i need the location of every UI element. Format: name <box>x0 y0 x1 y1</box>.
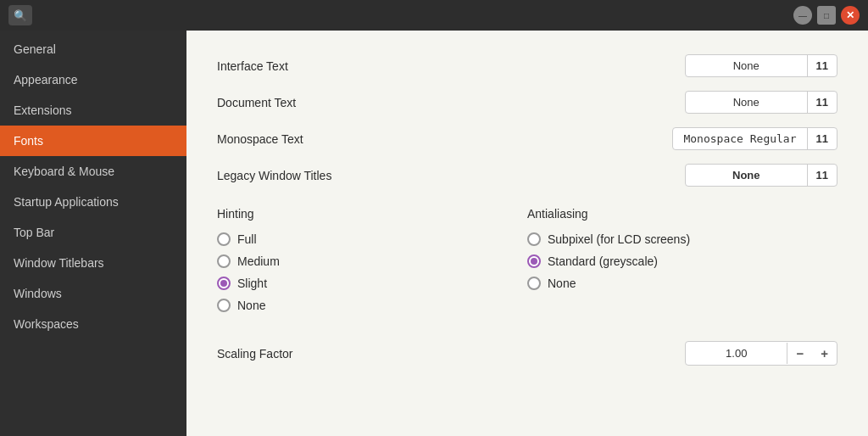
sidebar-item-keyboard-mouse[interactable]: Keyboard & Mouse <box>0 156 186 187</box>
font-label-monospace-text: Monospace Text <box>217 132 403 146</box>
scaling-control: 1.00−+ <box>685 341 837 366</box>
close-icon: ✕ <box>846 9 854 21</box>
sidebar-item-startup-applications[interactable]: Startup Applications <box>0 187 186 217</box>
hinting-group: HintingFullMediumSlightNone <box>217 207 527 321</box>
minimize-icon: — <box>798 11 807 20</box>
titlebar: 🔍 — □ ✕ <box>0 0 868 31</box>
font-control-interface-text[interactable]: None11 <box>685 54 837 77</box>
font-label-document-text: Document Text <box>217 96 403 109</box>
radio-circle-none <box>217 299 231 312</box>
font-label-interface-text: Interface Text <box>217 59 403 73</box>
font-name-interface-text: None <box>686 55 808 76</box>
font-row-interface-text: Interface TextNone11 <box>217 54 837 77</box>
font-size-legacy-window-titles: 11 <box>808 165 837 186</box>
radio-label-aa-standard: Standard (greyscale) <box>548 254 658 268</box>
scaling-label: Scaling Factor <box>217 347 292 361</box>
font-label-legacy-window-titles: Legacy Window Titles <box>217 169 403 182</box>
font-row-document-text: Document TextNone11 <box>217 91 837 114</box>
hinting-option-full[interactable]: Full <box>217 232 527 246</box>
window-controls: — □ ✕ <box>793 6 868 25</box>
font-row-monospace-text: Monospace TextMonospace Regular11 <box>217 127 837 150</box>
options-section: HintingFullMediumSlightNoneAntialiasingS… <box>217 207 837 321</box>
radio-circle-full <box>217 232 231 246</box>
scaling-plus-button[interactable]: + <box>812 342 837 365</box>
font-control-monospace-text[interactable]: Monospace Regular11 <box>672 127 837 150</box>
scaling-value: 1.00 <box>686 343 787 364</box>
radio-circle-aa-standard <box>527 254 541 268</box>
sidebar-item-top-bar[interactable]: Top Bar <box>0 217 186 248</box>
maximize-icon: □ <box>824 11 829 20</box>
aa-option-standard[interactable]: Standard (greyscale) <box>527 254 837 268</box>
sidebar-item-extensions[interactable]: Extensions <box>0 95 186 126</box>
hinting-option-medium[interactable]: Medium <box>217 254 527 268</box>
aa-option-subpixel[interactable]: Subpixel (for LCD screens) <box>527 232 837 246</box>
font-row-legacy-window-titles: Legacy Window TitlesNone11 <box>217 164 837 187</box>
font-size-monospace-text: 11 <box>808 128 837 149</box>
font-control-document-text[interactable]: None11 <box>685 91 837 114</box>
radio-circle-medium <box>217 254 231 268</box>
hinting-option-slight[interactable]: Slight <box>217 277 527 290</box>
hinting-option-none[interactable]: None <box>217 299 527 312</box>
sidebar-item-workspaces[interactable]: Workspaces <box>0 309 186 339</box>
sidebar: GeneralAppearanceExtensionsFontsKeyboard… <box>0 31 186 436</box>
radio-label-none: None <box>237 299 265 312</box>
radio-circle-slight <box>217 277 231 290</box>
radio-label-medium: Medium <box>237 254 280 268</box>
menu-button[interactable] <box>171 14 178 17</box>
font-control-legacy-window-titles[interactable]: None11 <box>685 164 837 187</box>
radio-label-aa-none: None <box>548 277 576 290</box>
font-name-monospace-text: Monospace Regular <box>673 128 807 149</box>
scaling-minus-button[interactable]: − <box>787 342 812 365</box>
aa-option-none[interactable]: None <box>527 277 837 290</box>
sidebar-item-fonts[interactable]: Fonts <box>0 126 186 156</box>
search-icon: 🔍 <box>14 9 27 22</box>
sidebar-item-windows[interactable]: Windows <box>0 278 186 309</box>
sidebar-item-window-titlebars[interactable]: Window Titlebars <box>0 248 186 278</box>
radio-label-slight: Slight <box>237 277 267 290</box>
close-button[interactable]: ✕ <box>841 6 860 25</box>
antialiasing-group: AntialiasingSubpixel (for LCD screens)St… <box>527 207 837 321</box>
radio-label-full: Full <box>237 232 257 246</box>
font-size-interface-text: 11 <box>808 55 837 76</box>
antialiasing-label: Antialiasing <box>527 207 837 221</box>
search-button[interactable]: 🔍 <box>8 5 32 25</box>
titlebar-left: 🔍 <box>0 5 186 25</box>
maximize-button[interactable]: □ <box>817 6 836 25</box>
sidebar-item-appearance[interactable]: Appearance <box>0 64 186 95</box>
font-name-document-text: None <box>686 92 808 113</box>
scaling-row: Scaling Factor1.00−+ <box>217 341 837 366</box>
font-name-legacy-window-titles: None <box>686 165 808 186</box>
radio-circle-aa-subpixel <box>527 232 541 246</box>
radio-label-aa-subpixel: Subpixel (for LCD screens) <box>548 232 690 246</box>
minimize-button[interactable]: — <box>793 6 812 25</box>
hinting-label: Hinting <box>217 207 527 221</box>
font-size-document-text: 11 <box>808 92 837 113</box>
content-panel: Interface TextNone11Document TextNone11M… <box>186 31 868 436</box>
radio-circle-aa-none <box>527 277 541 290</box>
main-content: GeneralAppearanceExtensionsFontsKeyboard… <box>0 31 868 436</box>
sidebar-item-general[interactable]: General <box>0 34 186 64</box>
